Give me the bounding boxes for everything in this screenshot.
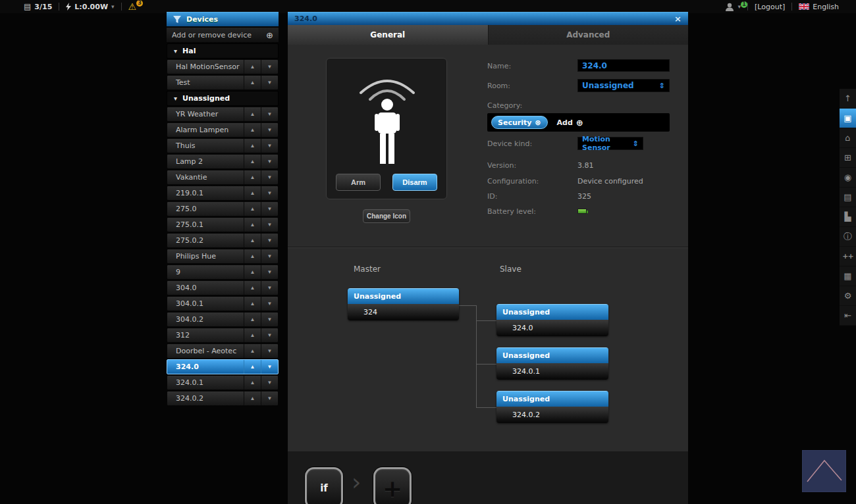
device-row[interactable]: YR Weather ▲▼ [167,107,279,122]
sidebar-group-unassigned[interactable]: ▾ Unassigned [167,91,279,106]
device-row[interactable]: Thuis ▲▼ [167,138,279,153]
row-down-button[interactable]: ▼ [261,139,278,153]
row-down-button[interactable]: ▼ [261,202,278,216]
row-up-button[interactable]: ▲ [244,281,261,295]
name-input[interactable] [577,59,670,72]
language-selector[interactable]: English [792,3,845,11]
row-down-button[interactable]: ▼ [261,218,278,232]
category-chip-security[interactable]: Security ⊗ [491,116,548,129]
row-up-button[interactable]: ▲ [244,123,261,137]
remove-circle-icon[interactable]: ⊗ [535,118,541,127]
row-up-button[interactable]: ▲ [244,60,261,74]
device-row[interactable]: Test ▲▼ [167,75,279,90]
row-down-button[interactable]: ▼ [261,376,278,390]
row-down-button[interactable]: ▼ [261,249,278,263]
slave-card-header[interactable]: Unassigned [496,391,608,407]
device-row[interactable]: Doorbel - Aeotec ▲▼ [167,343,279,359]
exit-icon[interactable]: ⇤ [840,306,856,326]
row-down-button[interactable]: ▼ [261,281,278,295]
device-row[interactable]: 304.0.2 ▲▼ [167,312,279,327]
row-down-button[interactable]: ▼ [261,234,278,247]
row-down-button[interactable]: ▼ [261,123,278,137]
row-down-button[interactable]: ▼ [261,60,278,74]
row-down-button[interactable]: ▼ [261,313,278,326]
sidebar-group-hal[interactable]: ▾ Hal [167,43,279,59]
device-row[interactable]: 275.0.2 ▲▼ [167,233,279,248]
device-row[interactable]: 304.0 ▲▼ [167,280,279,295]
change-icon-button[interactable]: Change Icon [363,209,410,223]
device-row[interactable]: 219.0.1 ▲▼ [167,186,279,201]
row-down-button[interactable]: ▼ [261,297,278,311]
save-icon[interactable]: ▣ [840,109,856,128]
media-icon[interactable]: ▤ [840,188,856,207]
row-up-button[interactable]: ▲ [244,391,261,405]
calendar-icon[interactable]: ▦ [840,266,856,286]
tab-advanced[interactable]: Advanced [489,25,689,45]
row-up-button[interactable]: ▲ [244,297,261,311]
device-row[interactable]: 275.0 ▲▼ [167,201,279,216]
add-rule-button[interactable]: + [373,467,412,504]
device-row[interactable]: Hal MotionSensor ▲▼ [167,59,279,74]
row-down-button[interactable]: ▼ [261,155,278,168]
device-row-selected[interactable]: 324.0 ▲▼ [167,359,279,374]
chart-icon[interactable]: ▙ [840,207,856,227]
row-up-button[interactable]: ▲ [244,313,261,326]
row-down-button[interactable]: ▼ [261,186,278,200]
settings-gear-icon[interactable]: ⚙ [840,286,856,306]
row-up-button[interactable]: ▲ [244,328,261,342]
row-up-button[interactable]: ▲ [244,249,261,263]
add-category-button[interactable]: Add ⊕ [557,118,583,128]
slave-card-label[interactable]: 324.0.2 [496,407,608,423]
row-down-button[interactable]: ▼ [261,170,278,184]
device-row[interactable]: Lamp 2 ▲▼ [167,154,279,169]
slave-card-label[interactable]: 324.0.1 [496,363,608,380]
device-row[interactable]: Philips Hue ▲▼ [167,249,279,264]
row-up-button[interactable]: ▲ [244,234,261,247]
add-modules-icon[interactable]: ++ [840,247,856,266]
tab-general[interactable]: General [288,25,489,45]
user-menu[interactable]: 1 ▾ [718,3,747,11]
row-up-button[interactable]: ▲ [244,170,261,184]
arm-button[interactable]: Arm [336,174,381,191]
sidebar-header[interactable]: Devices [167,12,279,26]
slave-card-header[interactable]: Unassigned [496,347,608,363]
row-down-button[interactable]: ▼ [261,328,278,342]
row-up-button[interactable]: ▲ [244,155,261,168]
row-down-button[interactable]: ▼ [261,360,278,374]
slave-card-header[interactable]: Unassigned [496,304,608,320]
row-down-button[interactable]: ▼ [261,107,278,121]
row-down-button[interactable]: ▼ [261,344,278,358]
row-up-button[interactable]: ▲ [244,107,261,121]
device-row[interactable]: 324.0.1 ▲▼ [167,375,279,390]
location-pin-icon[interactable]: ◉ [840,168,856,188]
row-up-button[interactable]: ▲ [244,139,261,153]
row-up-button[interactable]: ▲ [244,360,261,374]
master-card-header[interactable]: Unassigned [348,288,459,304]
row-down-button[interactable]: ▼ [261,76,278,89]
device-row[interactable]: 312 ▲▼ [167,328,279,343]
master-card-label[interactable]: 324 [348,304,459,320]
if-rule-button[interactable]: if [305,467,343,504]
device-row[interactable]: Vakantie ▲▼ [167,170,279,185]
device-kind-select[interactable]: Motion Sensor ⇕ [577,137,643,150]
warnings-indicator[interactable]: ⚠ 3 [122,1,144,12]
row-down-button[interactable]: ▼ [261,391,278,405]
disarm-button[interactable]: Disarm [392,174,437,191]
device-row[interactable]: Alarm Lampen ▲▼ [167,122,279,138]
row-up-button[interactable]: ▲ [244,76,261,89]
room-select[interactable]: Unassigned ⇕ [577,79,670,92]
home-icon[interactable]: ⌂ [840,128,856,148]
device-row[interactable]: 275.0.1 ▲▼ [167,217,279,232]
device-row[interactable]: 304.0.1 ▲▼ [167,296,279,311]
row-up-button[interactable]: ▲ [244,265,261,279]
logout-link[interactable]: [Logout] [748,3,791,11]
power-status-dropdown[interactable]: L:0.00W ▾ [59,3,120,11]
close-icon[interactable]: × [674,14,682,23]
device-row[interactable]: 324.0.2 ▲▼ [167,391,279,406]
slave-card-label[interactable]: 324.0 [496,320,608,336]
row-up-button[interactable]: ▲ [244,202,261,216]
row-up-button[interactable]: ▲ [244,344,261,358]
chart-thumbnail[interactable] [802,450,846,492]
display-icon[interactable]: ⊞ [840,148,856,168]
arrow-up-icon[interactable]: ↑ [840,89,856,109]
